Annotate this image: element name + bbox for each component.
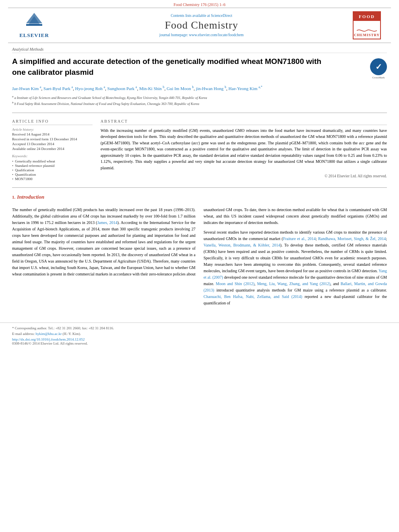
intro-left-para: The number of genetically modified (GM) … — [12, 207, 195, 277]
section-label: Analytical Methods — [12, 47, 387, 53]
keyword-label-5: MON71800 — [15, 177, 33, 181]
author-hae-yeong: Hae-Yeong Kim — [228, 86, 257, 91]
intro-right-para-1: unauthorized GM crops. To date, there is… — [204, 207, 387, 226]
ref-moon-shin[interactable]: Moon and Shin (2012) — [216, 281, 255, 286]
author-gui-im: Gui Im Moon — [167, 86, 191, 91]
intro-col-left: The number of genetically modified (GM) … — [12, 207, 195, 306]
top-citation-bar: Food Chemistry 176 (2015) 1–6 — [0, 0, 399, 8]
contents-line: Contents lists available at ScienceDirec… — [52, 14, 351, 18]
author-sup-b3: b — [225, 85, 226, 89]
sciencedirect-link[interactable]: ScienceDirect — [211, 14, 232, 18]
intro-right-para-2: Several recent studies have reported det… — [204, 229, 387, 306]
elsevier-logo: ELSEVIER — [16, 12, 52, 39]
ref-yang[interactable]: Yang et al. (2007) — [204, 269, 387, 279]
corresponding-note: * Corresponding author. Tel.: +82 31 201… — [12, 326, 387, 330]
received-date: Received 14 August 2014 — [12, 132, 93, 136]
elsevier-tree-icon — [22, 12, 46, 32]
elsevier-logo-inner: ELSEVIER — [16, 12, 52, 39]
fc-top-stripe: FOOD — [354, 12, 380, 21]
keyword-dot-5: • — [12, 177, 13, 181]
author-sup-a2: a — [72, 85, 73, 89]
journal-title-center: Contents lists available at ScienceDirec… — [52, 14, 351, 37]
abstract-title: ABSTRACT — [101, 119, 387, 125]
affiliations: a a Institute of Life Sciences and Resou… — [12, 94, 387, 106]
email-address[interactable]: hykim@khu.ac.kr — [35, 332, 62, 336]
keyword-1: • Genetically modified wheat — [12, 159, 93, 163]
top-citation-text: Food Chemistry 176 (2015) 1–6 — [174, 2, 226, 7]
fc-logo-box: FOOD CHEMISTRY — [353, 11, 381, 39]
keyword-5: • MON71800 — [12, 177, 93, 181]
author-saet-byul: Saet-Byul Park — [43, 86, 70, 91]
available-online-date: Available online 24 December 2014 — [12, 147, 93, 151]
abstract-text: With the increasing number of geneticall… — [101, 127, 387, 171]
article-content: Analytical Methods ✓ CrossMark A simplif… — [0, 43, 399, 314]
ref-meng[interactable]: Meng, Liu, Wang, Zhang, and Yang (2012) — [257, 281, 330, 286]
keyword-dot-3: • — [12, 168, 13, 172]
separator-1 — [12, 113, 387, 113]
keyword-dot-2: • — [12, 164, 13, 168]
elsevier-text: ELSEVIER — [19, 32, 49, 39]
ref-chaouachi[interactable]: Chaouachi, Ben Hafsa, Nabi, Zellama, and… — [204, 294, 302, 299]
intro-body-cols: The number of genetically modified (GM) … — [12, 207, 387, 306]
article-info-title: ARTICLE INFO — [12, 119, 93, 125]
keyword-2: • Standard reference plasmid — [12, 164, 93, 168]
author-sunghoon: Sunghoon Park — [107, 86, 135, 91]
keywords-section: Keywords: • Genetically modified wheat •… — [12, 154, 93, 181]
keyword-label-1: Genetically modified wheat — [15, 159, 55, 163]
food-chemistry-logo: FOOD CHEMISTRY — [351, 11, 383, 39]
introduction-section: 1. Introduction The number of geneticall… — [12, 194, 387, 306]
keyword-label-4: Quantification — [15, 173, 36, 177]
received-revised-date: Received in revised form 13 December 201… — [12, 137, 93, 141]
author-sup-a5: a,* — [259, 85, 263, 89]
authors-line: Jae-Hwan Kim a, Saet-Byul Park a, Hyo-je… — [12, 85, 387, 92]
article-info-col: ARTICLE INFO Article history: Received 1… — [12, 119, 93, 181]
crossmark-label: CrossMark — [370, 76, 387, 79]
author-sup-a1: a — [40, 85, 41, 89]
fc-chemistry-label: CHEMISTRY — [354, 33, 380, 37]
title-area: ✓ CrossMark A simplified and accurate de… — [12, 56, 387, 82]
issn-line: 0308-8146/© 2014 Elsevier Ltd. All right… — [12, 341, 387, 345]
keyword-dot-1: • — [12, 159, 13, 163]
keyword-dot-4: • — [12, 173, 13, 177]
journal-homepage: journal homepage: www.elsevier.com/locat… — [52, 33, 351, 37]
author-sup-b2: b — [192, 85, 194, 89]
ref-fraiture[interactable]: Fraiture et al., 2014 — [283, 236, 316, 241]
abstract-section: ABSTRACT With the increasing number of g… — [101, 119, 387, 181]
history-section: Article history: Received 14 August 2014… — [12, 127, 93, 151]
author-sup-a4: a — [136, 85, 137, 89]
article-title: A simplified and accurate detection of t… — [12, 56, 334, 78]
crossmark-area: ✓ CrossMark — [370, 58, 387, 79]
author-sup-b1: b — [163, 85, 165, 89]
intro-heading-row: 1. Introduction — [12, 194, 387, 203]
intro-col-right: unauthorized GM crops. To date, there is… — [204, 207, 387, 306]
ref-james-2014[interactable]: James, 2014 — [97, 220, 117, 225]
fc-bottom: CHEMISTRY — [354, 28, 380, 37]
keyword-label-3: Qualification — [15, 168, 34, 172]
keyword-label-2: Standard reference plasmid — [15, 164, 54, 168]
accepted-date: Accepted 13 December 2014 — [12, 142, 93, 146]
affiliation-a: a a Institute of Life Sciences and Resou… — [12, 94, 387, 101]
keyword-4: • Quantification — [12, 173, 93, 177]
author-hyo-jeong: Hyo-jeong Roh — [75, 86, 103, 91]
ref-randhawa[interactable]: Randhawa, Morisset, Singh, & Žel, 2014 — [318, 236, 386, 241]
crossmark-badge: ✓ — [370, 58, 387, 75]
doi-link[interactable]: http://dx.doi.org/10.1016/j.foodchem.201… — [12, 337, 85, 341]
journal-header: ELSEVIER Contents lists available at Sci… — [8, 8, 391, 43]
intro-heading: Introduction — [17, 194, 44, 200]
article-info-abstract-cols: ARTICLE INFO Article history: Received 1… — [12, 119, 387, 181]
keyword-3: • Qualification — [12, 168, 93, 172]
keywords-title: Keywords: — [12, 154, 93, 158]
page-wrapper: Food Chemistry 176 (2015) 1–6 ELSEVIER C… — [0, 0, 399, 532]
author-jin-hwan: jin-Hwan Hong — [196, 86, 224, 91]
copyright-line: © 2014 Elsevier Ltd. All rights reserved… — [101, 174, 387, 178]
author-sup-a3: a — [104, 85, 105, 89]
intro-number: 1. — [12, 195, 15, 199]
separator-2 — [12, 187, 387, 188]
author-min-ki: Min-Ki Shin — [139, 86, 162, 91]
affiliation-b: b b Food Safety Risk Assessment Division… — [12, 101, 387, 107]
journal-name: Food Chemistry — [52, 19, 351, 31]
email-line: E-mail address: hykim@khu.ac.kr (H.-Y. K… — [12, 332, 387, 336]
ref-vanella[interactable]: Vanella, Weston, Brodmann, & Köbler, 201… — [204, 243, 280, 247]
author-jae-hwan: Jae-Hwan Kim — [12, 86, 39, 91]
fc-food-label: FOOD — [359, 14, 375, 19]
